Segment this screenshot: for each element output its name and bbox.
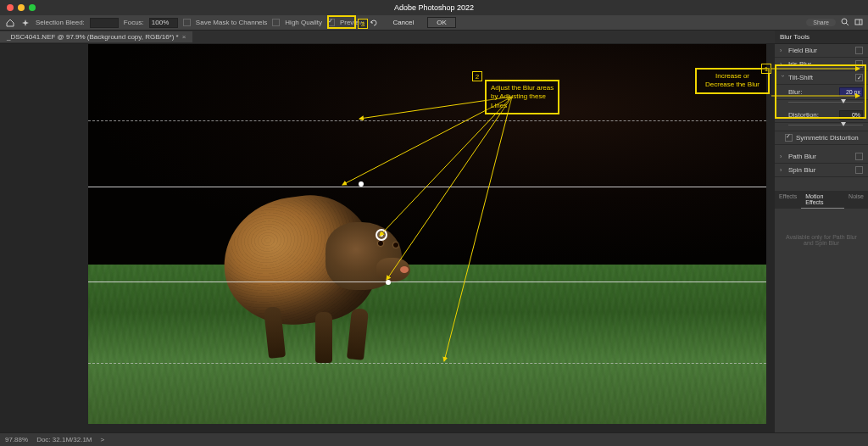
path-blur-label: Path Blur: [788, 153, 816, 160]
symmetric-label: Symmetric Distortion: [796, 134, 859, 142]
save-mask-checkbox[interactable]: [183, 19, 191, 26]
ok-button[interactable]: OK: [427, 17, 456, 28]
workspace: 2 Adjust the Blur areas by Adjusting the…: [0, 44, 775, 432]
distortion-row: Distortion:: [775, 108, 868, 123]
field-blur-label: Field Blur: [788, 47, 817, 54]
blur-tools-panel: Blur Tools ›Field Blur ›Iris Blur ›Tilt-…: [775, 31, 868, 432]
annotation-badge-3: 3: [358, 19, 368, 29]
iris-blur-row[interactable]: ›Iris Blur: [775, 58, 868, 71]
distortion-slider[interactable]: [788, 123, 863, 128]
canvas[interactable]: 2 Adjust the Blur areas by Adjusting the…: [88, 44, 766, 424]
zoom-level[interactable]: 97.88%: [5, 436, 28, 443]
home-icon[interactable]: [5, 18, 15, 28]
symmetric-checkbox[interactable]: [785, 134, 793, 142]
tilt-shift-label: Tilt-Shift: [788, 74, 813, 81]
status-bar: 97.88% Doc: 32.1M/32.1M >: [0, 432, 868, 446]
close-window-button[interactable]: [7, 4, 14, 11]
high-quality-checkbox[interactable]: [272, 19, 280, 26]
search-icon[interactable]: [841, 18, 849, 28]
path-blur-checkbox[interactable]: [855, 153, 863, 160]
document-tab[interactable]: _DSC4041.NEF @ 97.9% (Background copy, R…: [0, 31, 192, 42]
reset-icon[interactable]: [369, 18, 379, 28]
maximize-window-button[interactable]: [29, 4, 36, 11]
tilt-shift-guide-bottom-solid[interactable]: [88, 282, 766, 282]
selection-bleed-label: Selection Bleed:: [36, 19, 85, 26]
status-chevron-icon[interactable]: >: [101, 436, 105, 443]
distortion-input[interactable]: [839, 110, 863, 120]
cancel-button[interactable]: Cancel: [384, 18, 422, 27]
spin-blur-label: Spin Blur: [788, 166, 815, 174]
svg-line-1: [846, 23, 849, 25]
blur-pin[interactable]: [376, 229, 387, 241]
minimize-window-button[interactable]: [18, 4, 25, 11]
blur-amount-row: Blur:: [775, 85, 868, 100]
guide-handle-top[interactable]: [359, 181, 364, 187]
selection-bleed-input[interactable]: [90, 18, 119, 28]
symmetric-row[interactable]: Symmetric Distortion: [775, 131, 868, 145]
tilt-shift-guide-top-dashed[interactable]: [88, 120, 766, 121]
annotation-badge-2: 2: [472, 71, 482, 81]
annotation-box-blur: Increase or Decrease the Blur: [695, 68, 770, 94]
subject-animal: [215, 163, 436, 358]
tab-effects[interactable]: Effects: [775, 191, 801, 209]
effects-tabs: Effects Motion Effects Noise: [775, 191, 868, 209]
distortion-label: Distortion:: [788, 111, 819, 119]
document-tabs: _DSC4041.NEF @ 97.9% (Background copy, R…: [0, 31, 868, 44]
options-bar: Selection Bleed: Focus: Save Mask to Cha…: [0, 15, 868, 31]
close-tab-icon[interactable]: ×: [182, 33, 186, 41]
tab-noise[interactable]: Noise: [844, 191, 868, 209]
photo: [88, 44, 766, 424]
panel-title: Blur Tools: [775, 31, 868, 44]
workspace-icon[interactable]: [854, 18, 863, 28]
tilt-shift-row[interactable]: ›Tilt-Shift: [775, 71, 868, 85]
focus-input[interactable]: [149, 18, 178, 28]
share-button[interactable]: Share: [806, 19, 836, 26]
save-mask-label: Save Mask to Channels: [196, 19, 268, 26]
blur-input[interactable]: [839, 87, 863, 97]
tilt-shift-checkbox[interactable]: [855, 74, 863, 81]
doc-size: Doc: 32.1M/32.1M: [36, 436, 92, 443]
focus-label: Focus:: [124, 19, 144, 26]
top-right-icons: [841, 18, 863, 28]
spin-blur-checkbox[interactable]: [855, 166, 863, 174]
annotation-box-lines: Adjust the Blur areas by Adjusting these…: [485, 80, 559, 114]
svg-rect-2: [855, 20, 862, 25]
iris-blur-label: Iris Blur: [788, 60, 811, 68]
title-bar: Adobe Photoshop 2022: [0, 0, 868, 15]
path-blur-row[interactable]: ›Path Blur: [775, 150, 868, 164]
high-quality-label: High Quality: [285, 19, 322, 26]
tilt-shift-guide-top-solid[interactable]: [88, 187, 766, 187]
tilt-shift-guide-bottom-dashed[interactable]: [88, 363, 766, 364]
field-blur-row[interactable]: ›Field Blur: [775, 44, 868, 58]
field-blur-checkbox[interactable]: [855, 47, 863, 54]
window-controls: [0, 4, 36, 11]
spin-blur-row[interactable]: ›Spin Blur: [775, 164, 868, 177]
iris-blur-checkbox[interactable]: [855, 60, 863, 68]
document-tab-label: _DSC4041.NEF @ 97.9% (Background copy, R…: [7, 33, 179, 41]
tab-motion-effects[interactable]: Motion Effects: [801, 191, 844, 209]
preview-checkbox[interactable]: [327, 19, 335, 26]
annotation-badge-1: 1: [761, 64, 771, 74]
guide-handle-bottom[interactable]: [386, 280, 391, 285]
blur-slider[interactable]: [788, 100, 863, 105]
effects-note: Available only for Path Blur and Spin Bl…: [775, 209, 868, 271]
blur-label: Blur:: [788, 88, 802, 96]
app-title: Adobe Photoshop 2022: [394, 3, 474, 12]
sparkle-icon[interactable]: [20, 18, 31, 28]
